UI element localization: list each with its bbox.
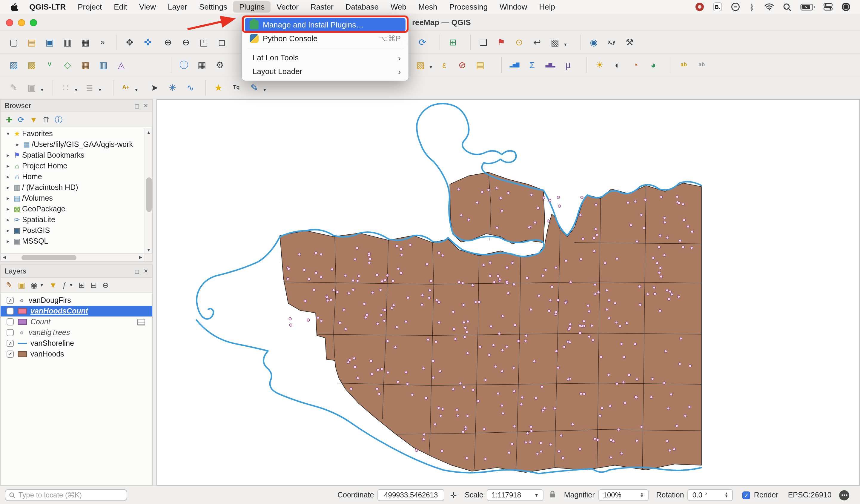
- crs-status-label[interactable]: EPSG:26910: [788, 491, 832, 499]
- browser-item-home[interactable]: ▸⌂Home: [1, 171, 152, 182]
- new-virtual-layer-icon[interactable]: ▥: [96, 57, 111, 73]
- select-rectangle-icon-dropdown-arrow[interactable]: ▼: [563, 42, 567, 46]
- window-titlebar[interactable]: reeMap — QGIS: [0, 14, 860, 31]
- browser-vertical-scrollbar[interactable]: ▲ ▼: [145, 128, 152, 253]
- layer-visibility-checkbox[interactable]: [6, 307, 14, 315]
- layer-row-vandougfirs[interactable]: ✓vanDougFirs: [1, 295, 152, 306]
- focus-icon[interactable]: [731, 1, 740, 12]
- menu-plugins[interactable]: Plugins: [233, 1, 271, 13]
- contrast-icon[interactable]: ◐: [610, 57, 625, 73]
- menu-processing[interactable]: Processing: [443, 1, 493, 13]
- clock-app-icon[interactable]: [842, 1, 850, 12]
- toolbar-overflow-chevron[interactable]: »: [98, 38, 107, 46]
- scroll-up-arrow-icon[interactable]: ▲: [145, 128, 153, 135]
- new-raster-layer-icon[interactable]: ▦: [78, 57, 93, 73]
- remove-layer-icon[interactable]: ⊖: [102, 281, 109, 289]
- expander-icon[interactable]: ▸: [4, 217, 12, 223]
- digitize-icon[interactable]: ∷: [58, 80, 73, 95]
- new-project-icon[interactable]: ▢: [6, 34, 22, 50]
- layout-manager-icon[interactable]: ▦: [78, 34, 93, 50]
- browser-item-postgis[interactable]: ▸▣PostGIS: [1, 225, 152, 236]
- expander-icon[interactable]: ▾: [4, 131, 12, 137]
- filter-by-expression-icon-dropdown-arrow[interactable]: ▼: [69, 283, 73, 287]
- annotation-tools-icon[interactable]: ✎: [247, 80, 262, 95]
- expander-icon[interactable]: ▸: [14, 142, 22, 147]
- save-layer-edits-icon[interactable]: ▣: [24, 80, 40, 95]
- toggle-editing-icon[interactable]: ✎: [6, 80, 22, 95]
- select-features-icon[interactable]: ▧: [413, 57, 428, 73]
- render-checkbox[interactable]: ✓: [743, 491, 750, 499]
- new-geopackage-layer-icon[interactable]: ▩: [24, 57, 40, 73]
- rotation-spinbox[interactable]: 0.0 ° ▲▼: [688, 489, 733, 501]
- coordinate-capture-icon[interactable]: x,y: [604, 34, 619, 50]
- menu-item-manage-and-install-plugins[interactable]: Manage and Install Plugins…: [245, 18, 405, 32]
- browser-item-spatialite[interactable]: ▸✑SpatiaLite: [1, 214, 152, 225]
- menu-database[interactable]: Database: [340, 1, 385, 13]
- menu-help[interactable]: Help: [533, 1, 561, 13]
- locate-search-input[interactable]: Type to locate (⌘K): [5, 489, 127, 501]
- layer-row-vanbigtrees[interactable]: vanBigTrees: [1, 327, 152, 338]
- data-source-manager-icon[interactable]: ▨: [6, 57, 22, 73]
- text-annotation-icon[interactable]: Tq: [229, 80, 244, 95]
- stepper-arrows-icon[interactable]: ▲▼: [725, 492, 728, 498]
- filter-by-expression-icon[interactable]: ƒ: [62, 281, 67, 289]
- red-app-icon[interactable]: [695, 1, 704, 12]
- browser-item--macintosh-hd-[interactable]: ▸▥/ (Macintosh HD): [1, 182, 152, 193]
- apple-menu-icon[interactable]: [6, 2, 23, 11]
- expander-icon[interactable]: ▸: [4, 152, 12, 158]
- pan-map-icon[interactable]: ✥: [122, 34, 137, 50]
- zoom-full-icon[interactable]: ◳: [196, 34, 212, 50]
- layer-row-vanhoods[interactable]: ✓vanHoods: [1, 349, 152, 360]
- menu-qgis-ltr[interactable]: QGIS-LTR: [23, 1, 72, 13]
- menu-item-lat-lon-tools[interactable]: Lat Lon Tools›: [245, 51, 405, 64]
- zoom-native-icon[interactable]: ◻: [214, 34, 229, 50]
- open-layer-styling-icon[interactable]: ✎: [6, 281, 13, 289]
- refresh-browser-icon[interactable]: ⟳: [18, 116, 25, 123]
- globe-3d-map-icon[interactable]: ◉: [586, 34, 601, 50]
- expander-icon[interactable]: ▸: [4, 174, 12, 180]
- circular-string-tool-icon[interactable]: ∿: [183, 80, 198, 95]
- toolbox-wrench-icon[interactable]: ⚒: [622, 34, 637, 50]
- mean-statistics-icon[interactable]: μ: [560, 57, 576, 73]
- pie-diagram-secondary-icon[interactable]: ◕: [646, 57, 661, 73]
- layer-row-vanshoreline[interactable]: ✓vanShoreline: [1, 338, 152, 349]
- deselect-features-icon[interactable]: ⊘: [455, 57, 470, 73]
- annotation-layer-star-icon[interactable]: ★: [211, 80, 226, 95]
- new-spatial-bookmark-icon[interactable]: ⚑: [493, 34, 509, 50]
- manage-map-themes-icon-dropdown-arrow[interactable]: ▼: [40, 283, 44, 287]
- save-project-icon[interactable]: ▣: [42, 34, 57, 50]
- layer-labeling-options-icon[interactable]: ab: [694, 57, 710, 73]
- add-selected-layers-icon[interactable]: ✚: [6, 116, 13, 123]
- select-rectangle-icon[interactable]: ▧: [547, 34, 562, 50]
- float-panel-icon[interactable]: ◻: [134, 268, 140, 274]
- stepper-arrows-icon[interactable]: ▲▼: [640, 492, 644, 498]
- browser-item-favorites[interactable]: ▾★Favorites: [1, 128, 152, 139]
- menu-web[interactable]: Web: [385, 1, 412, 13]
- select-features-icon-dropdown-arrow[interactable]: ▼: [429, 65, 433, 69]
- control-center-icon[interactable]: [823, 1, 833, 12]
- expander-icon[interactable]: ▸: [4, 163, 12, 169]
- scroll-left-arrow-icon[interactable]: ◀: [1, 254, 8, 261]
- new-print-layout-icon[interactable]: ▥: [60, 34, 75, 50]
- layer-visibility-checkbox[interactable]: [6, 318, 14, 326]
- layer-visibility-checkbox[interactable]: ✓: [6, 340, 14, 347]
- add-group-icon[interactable]: ▣: [18, 281, 25, 289]
- menu-vector[interactable]: Vector: [271, 1, 304, 13]
- browser-item-project-home[interactable]: ▸⌂Project Home: [1, 161, 152, 171]
- magnifier-spinbox[interactable]: 100% ▲▼: [599, 489, 648, 501]
- manage-map-themes-icon[interactable]: ◉: [30, 281, 37, 289]
- menu-item-python-console[interactable]: Python Console⌥⌘P: [245, 32, 405, 45]
- zoom-window-button[interactable]: [30, 19, 37, 26]
- menu-settings[interactable]: Settings: [193, 1, 233, 13]
- scroll-right-arrow-icon[interactable]: ▶: [137, 254, 145, 261]
- select-by-form-icon[interactable]: ▤: [472, 57, 488, 73]
- identify-features-icon[interactable]: ⓘ: [176, 57, 192, 73]
- menu-project[interactable]: Project: [72, 1, 108, 13]
- browser-item-mssql[interactable]: ▸▣MSSQL: [1, 236, 152, 247]
- refresh-map-icon[interactable]: ⟳: [414, 34, 430, 50]
- expand-all-icon[interactable]: ⊞: [78, 281, 85, 289]
- menu-window[interactable]: Window: [493, 1, 533, 13]
- copy-features-icon[interactable]: ❏: [475, 34, 491, 50]
- collapse-all-icon[interactable]: ⊟: [90, 281, 97, 289]
- close-window-button[interactable]: [6, 19, 13, 26]
